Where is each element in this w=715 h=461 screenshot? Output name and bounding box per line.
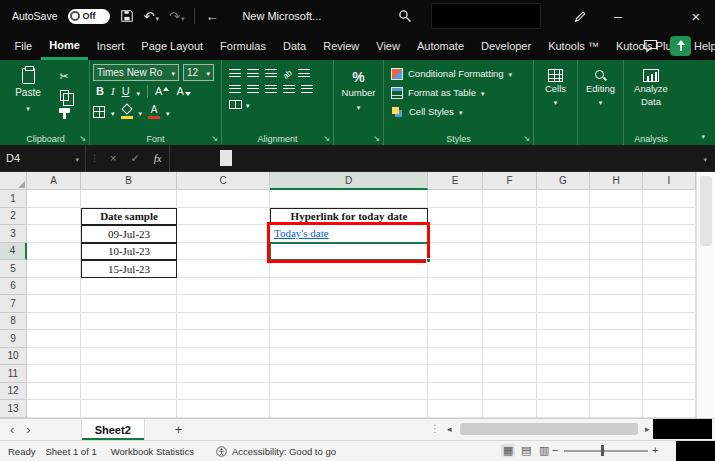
minimize-button[interactable] (606, 0, 630, 32)
cell-F11[interactable] (483, 365, 537, 383)
cell-H10[interactable] (590, 348, 643, 366)
cell-I13[interactable] (643, 400, 696, 418)
cell-G6[interactable] (537, 278, 590, 296)
format-as-table-button[interactable]: Format as Table (387, 83, 530, 102)
font-color-button[interactable]: A (148, 105, 160, 119)
cell-E1[interactable] (428, 190, 483, 208)
cell-A1[interactable] (27, 190, 81, 208)
cell-G12[interactable] (537, 383, 590, 401)
underline-button[interactable]: U (122, 86, 130, 97)
row-header-9[interactable]: 9 (0, 330, 27, 348)
cell-E12[interactable] (428, 383, 483, 401)
cell-H2[interactable] (590, 208, 643, 226)
cell-D12[interactable] (270, 383, 428, 401)
align-right-button[interactable] (265, 85, 277, 93)
accessibility-status[interactable]: Accessibility: Good to go (232, 446, 336, 457)
vertical-scrollbar[interactable] (696, 172, 715, 418)
cell-G4[interactable] (537, 243, 590, 261)
cell-H11[interactable] (590, 365, 643, 383)
cell-H4[interactable] (590, 243, 643, 261)
cell-H7[interactable] (590, 295, 643, 313)
cell-D4[interactable] (270, 243, 428, 261)
cell-D6[interactable] (270, 278, 428, 296)
row-header-13[interactable]: 13 (0, 400, 27, 418)
fill-color-button[interactable] (121, 104, 133, 119)
row-header-7[interactable]: 7 (0, 295, 27, 313)
cell-C2[interactable] (177, 208, 270, 226)
cell-C9[interactable] (177, 330, 270, 348)
next-sheet-button[interactable] (26, 423, 30, 436)
decrease-indent-button[interactable] (283, 85, 295, 93)
editing-button[interactable]: Editing (581, 64, 620, 108)
cell-F12[interactable] (483, 383, 537, 401)
cell-E6[interactable] (428, 278, 483, 296)
name-box[interactable]: D4 (0, 145, 86, 172)
wrap-text-button[interactable] (298, 69, 310, 77)
cell-styles-button[interactable]: Cell Styles (387, 102, 530, 121)
cell-B8[interactable] (81, 313, 177, 331)
insert-function-button[interactable]: fx (147, 152, 169, 164)
cancel-button[interactable]: × (103, 152, 123, 164)
col-header-E[interactable]: E (428, 172, 483, 190)
conditional-formatting-button[interactable]: Conditional Formatting (387, 64, 530, 83)
row-header-8[interactable]: 8 (0, 313, 27, 331)
cell-G1[interactable] (537, 190, 590, 208)
cell-D5[interactable] (270, 260, 428, 278)
paste-button[interactable]: Paste (9, 64, 47, 113)
merge-center-button[interactable] (229, 100, 242, 109)
zoom-slider-thumb[interactable] (601, 445, 604, 456)
back-button[interactable] (205, 9, 218, 24)
cell-F2[interactable] (483, 208, 537, 226)
cell-I2[interactable] (643, 208, 696, 226)
col-header-I[interactable]: I (643, 172, 696, 190)
cell-F5[interactable] (483, 260, 537, 278)
cell-C3[interactable] (177, 225, 270, 243)
align-top-button[interactable] (229, 69, 241, 77)
cell-B7[interactable] (81, 295, 177, 313)
cell-G8[interactable] (537, 313, 590, 331)
col-header-C[interactable]: C (177, 172, 270, 190)
cells-button[interactable]: Cells (537, 64, 574, 108)
cell-A3[interactable] (27, 225, 81, 243)
redo-button[interactable] (169, 9, 184, 24)
ribbon-collapse-chevron[interactable] (701, 129, 705, 141)
share-button[interactable] (670, 36, 691, 56)
row-header-3[interactable]: 3 (0, 225, 27, 243)
cell-E13[interactable] (428, 400, 483, 418)
row-header-1[interactable]: 1 (0, 190, 27, 208)
cell-G11[interactable] (537, 365, 590, 383)
align-left-button[interactable] (229, 85, 241, 93)
ribbon-tab-insert[interactable]: Insert (88, 32, 133, 60)
row-header-6[interactable]: 6 (0, 278, 27, 296)
cell-H12[interactable] (590, 383, 643, 401)
cell-F10[interactable] (483, 348, 537, 366)
cell-H1[interactable] (590, 190, 643, 208)
ribbon-tab-page-layout[interactable]: Page Layout (133, 32, 212, 60)
cell-E8[interactable] (428, 313, 483, 331)
cell-E2[interactable] (428, 208, 483, 226)
horizontal-scrollbar-thumb[interactable] (460, 423, 638, 435)
cell-G5[interactable] (537, 260, 590, 278)
cell-D7[interactable] (270, 295, 428, 313)
ribbon-tab-file[interactable]: File (6, 32, 41, 60)
page-break-view-button[interactable] (539, 444, 549, 457)
pen-icon[interactable] (573, 8, 588, 25)
align-middle-button[interactable] (247, 69, 259, 77)
cell-F3[interactable] (483, 225, 537, 243)
cell-F9[interactable] (483, 330, 537, 348)
cell-H5[interactable] (590, 260, 643, 278)
cell-D9[interactable] (270, 330, 428, 348)
cell-B1[interactable] (81, 190, 177, 208)
horizontal-scrollbar[interactable] (458, 422, 642, 436)
ribbon-tab-home[interactable]: Home (41, 32, 89, 60)
cell-E11[interactable] (428, 365, 483, 383)
increase-font-size-button[interactable]: A (155, 86, 169, 97)
cell-A8[interactable] (27, 313, 81, 331)
cell-A9[interactable] (27, 330, 81, 348)
prev-sheet-button[interactable] (10, 423, 14, 436)
hscroll-left-arrow[interactable] (447, 424, 452, 434)
formula-bar-expand-chevron[interactable] (695, 152, 715, 164)
cell-G13[interactable] (537, 400, 590, 418)
cell-D13[interactable] (270, 400, 428, 418)
undo-button[interactable] (144, 9, 159, 24)
